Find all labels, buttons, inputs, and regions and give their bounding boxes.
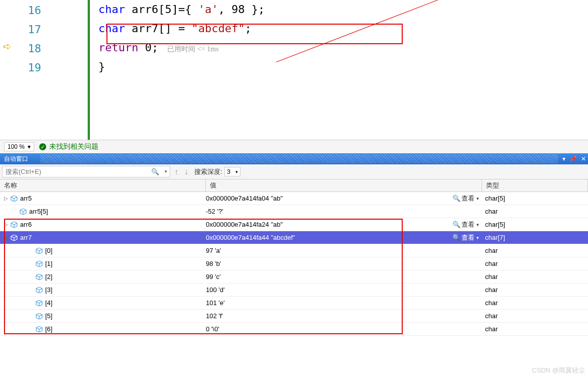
table-row[interactable]: [6]0 '\0'char bbox=[0, 323, 588, 336]
table-row[interactable]: ▷arr60x000000e7a414fa24 "ab"🔍查看▾char[5] bbox=[0, 218, 588, 231]
visualizer-button[interactable]: 🔍查看▾ bbox=[452, 220, 479, 229]
variable-value[interactable]: 99 'c' bbox=[206, 273, 221, 280]
table-row[interactable]: [4]101 'e'char bbox=[0, 297, 588, 310]
variable-icon bbox=[10, 196, 18, 202]
autos-toolbar: 🔍 ▾ ↑ ↓ 搜索深度: 3▾ bbox=[0, 164, 588, 179]
watermark: CSDN @雨翼轻尘 bbox=[532, 366, 585, 375]
variable-type: char[7] bbox=[482, 234, 588, 241]
visualizer-button[interactable]: 🔍查看▾ bbox=[452, 233, 479, 242]
variable-name: [0] bbox=[45, 247, 52, 254]
variable-icon bbox=[35, 287, 43, 293]
table-row[interactable]: ◢arr70x000000e7a414fa44 "abcdef"🔍查看▾char… bbox=[0, 231, 588, 244]
variable-value[interactable]: -52 '?' bbox=[206, 208, 223, 215]
magnifier-icon: 🔍 bbox=[452, 221, 460, 228]
chevron-down-icon: ▾ bbox=[236, 169, 238, 174]
code-editor[interactable]: ➪ 16 17 18 19 char arr6[5]={ 'a', 98 }; … bbox=[0, 0, 588, 140]
variable-name: [1] bbox=[45, 260, 52, 267]
column-header-type[interactable]: 类型 bbox=[482, 179, 588, 192]
variable-icon bbox=[35, 274, 43, 280]
table-row[interactable]: arr5[5]-52 '?'char bbox=[0, 205, 588, 218]
variable-value[interactable]: 100 'd' bbox=[206, 286, 225, 294]
code-content[interactable]: char arr6[5]={ 'a', 98 }; char arr7[] = … bbox=[48, 0, 588, 76]
variable-name: [4] bbox=[45, 299, 52, 307]
variable-value[interactable]: 98 'b' bbox=[206, 260, 221, 267]
zoom-dropdown[interactable]: 100 %▾ bbox=[4, 142, 34, 151]
variable-icon bbox=[35, 300, 43, 306]
pin-icon[interactable]: 📌 bbox=[569, 155, 577, 162]
autos-grid: 名称 值 类型 ▷arr50x000000e7a414fa04 "ab"🔍查看▾… bbox=[0, 179, 588, 336]
table-row[interactable]: ▷arr50x000000e7a414fa04 "ab"🔍查看▾char[5] bbox=[0, 192, 588, 205]
variable-type: char bbox=[482, 273, 588, 280]
next-result-button[interactable]: ↓ bbox=[182, 166, 190, 177]
variable-name: arr5 bbox=[20, 195, 32, 202]
variable-name: arr5[5] bbox=[29, 208, 48, 215]
variable-icon bbox=[10, 235, 18, 241]
variable-icon bbox=[35, 248, 43, 254]
variable-name: [2] bbox=[45, 273, 52, 280]
variable-value[interactable]: 102 'f' bbox=[206, 312, 223, 320]
variable-value[interactable]: 0x000000e7a414fa44 "abcdef" bbox=[206, 234, 295, 241]
window-position-icon[interactable]: ▾ bbox=[562, 155, 565, 162]
variable-icon bbox=[35, 326, 43, 332]
visualizer-button[interactable]: 🔍查看▾ bbox=[452, 194, 479, 203]
variable-name: arr6 bbox=[20, 221, 32, 228]
expander-icon[interactable]: ▷ bbox=[2, 196, 10, 201]
panel-grip[interactable] bbox=[40, 154, 558, 163]
variable-value[interactable]: 0x000000e7a414fa24 "ab" bbox=[206, 221, 283, 228]
variable-type: char bbox=[482, 312, 588, 320]
variable-value[interactable]: 0 '\0' bbox=[206, 325, 219, 333]
magnifier-icon: 🔍 bbox=[452, 195, 460, 202]
prev-result-button[interactable]: ↑ bbox=[172, 166, 180, 177]
variable-type: char[5] bbox=[482, 195, 588, 202]
expander-icon[interactable]: ◢ bbox=[2, 235, 10, 240]
search-depth-dropdown[interactable]: 3▾ bbox=[224, 167, 241, 176]
variable-value[interactable]: 97 'a' bbox=[206, 247, 221, 254]
variable-type: char bbox=[482, 286, 588, 294]
check-icon: ✓ bbox=[39, 143, 46, 150]
variable-icon bbox=[35, 261, 43, 267]
table-row[interactable]: [0]97 'a'char bbox=[0, 244, 588, 257]
code-line-16[interactable]: char arr6[5]={ 'a', 98 }; bbox=[98, 0, 588, 19]
search-input[interactable] bbox=[2, 166, 170, 177]
code-line-19[interactable]: } bbox=[98, 57, 588, 76]
chevron-down-icon: ▾ bbox=[477, 196, 479, 201]
variable-value[interactable]: 0x000000e7a414fa04 "ab" bbox=[206, 195, 283, 202]
perf-hint: 已用时间 <= 1ms bbox=[167, 45, 218, 53]
variable-name: [5] bbox=[45, 312, 52, 320]
search-dropdown-icon[interactable]: ▾ bbox=[165, 169, 167, 174]
line-number-gutter: 16 17 18 19 bbox=[20, 0, 48, 140]
editor-status-bar: 100 %▾ ✓ 未找到相关问题 bbox=[0, 140, 588, 153]
column-header-name[interactable]: 名称 bbox=[0, 179, 206, 192]
search-icon[interactable]: 🔍 bbox=[151, 168, 159, 175]
chevron-down-icon: ▾ bbox=[477, 222, 479, 227]
code-line-17[interactable]: char arr7[] = "abcdef"; bbox=[98, 19, 588, 38]
chevron-down-icon: ▾ bbox=[28, 143, 31, 150]
variable-icon bbox=[19, 209, 27, 215]
search-depth-label: 搜索深度: bbox=[194, 167, 222, 176]
variable-type: char bbox=[482, 260, 588, 267]
variable-type: char bbox=[482, 208, 588, 215]
variable-type: char[5] bbox=[482, 221, 588, 228]
variable-type: char bbox=[482, 299, 588, 307]
panel-title: 自动窗口 bbox=[4, 155, 28, 163]
variable-type: char bbox=[482, 247, 588, 254]
variable-type: char bbox=[482, 325, 588, 333]
variable-name: arr7 bbox=[20, 234, 32, 241]
table-row[interactable]: [1]98 'b'char bbox=[0, 257, 588, 270]
variable-name: [3] bbox=[45, 286, 52, 294]
chevron-down-icon: ▾ bbox=[477, 235, 479, 240]
breakpoint-margin[interactable]: ➪ bbox=[0, 0, 20, 140]
table-row[interactable]: [5]102 'f'char bbox=[0, 310, 588, 323]
table-row[interactable]: [3]100 'd'char bbox=[0, 284, 588, 297]
table-row[interactable]: [2]99 'c'char bbox=[0, 270, 588, 284]
column-header-value[interactable]: 值 bbox=[206, 179, 482, 192]
close-icon[interactable]: ✕ bbox=[581, 155, 586, 162]
variable-name: [6] bbox=[45, 325, 52, 333]
magnifier-icon: 🔍 bbox=[452, 234, 460, 241]
expander-icon[interactable]: ▷ bbox=[2, 222, 10, 227]
autos-panel-header[interactable]: 自动窗口 ▾ 📌 ✕ bbox=[0, 153, 588, 164]
issues-status[interactable]: ✓ 未找到相关问题 bbox=[39, 142, 98, 151]
code-line-18[interactable]: return 0;已用时间 <= 1ms bbox=[98, 38, 588, 57]
variable-icon bbox=[35, 313, 43, 319]
variable-value[interactable]: 101 'e' bbox=[206, 299, 225, 307]
